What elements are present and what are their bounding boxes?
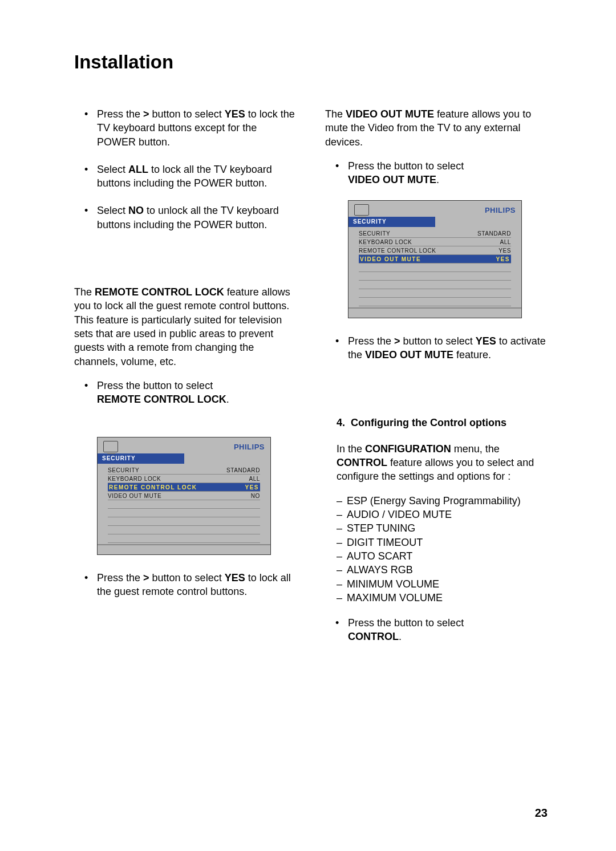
bullet-all: Select ALL to lock all the TV keyboard b…: [97, 163, 297, 191]
osd-row: VIDEO OUT MUTEYES: [359, 255, 511, 264]
control-options-list: ESP (Energy Saving Programmability)AUDIO…: [325, 494, 548, 605]
configuration-para: In the CONFIGURATION menu, the CONTROL f…: [325, 442, 548, 484]
left-column: Press the > button to select YES to lock…: [74, 107, 297, 658]
video-out-mute-para: The VIDEO OUT MUTE feature allows you to…: [325, 107, 548, 149]
control-select-bullet: Press the button to select CONTROL.: [325, 616, 548, 644]
rcl-select-bullet: Press the button to select REMOTE CONTRO…: [74, 379, 297, 407]
bullet-vom-yes: Press the > button to select YES to acti…: [348, 334, 548, 362]
control-option-item: MAXIMUM VOLUME: [337, 591, 548, 605]
bullet-rcl-yes: Press the > button to select YES to lock…: [97, 571, 297, 599]
control-option-item: DIGIT TIMEOUT: [337, 536, 548, 549]
control-option-item: AUDIO / VIDEO MUTE: [337, 508, 548, 521]
osd-row-empty: [108, 534, 260, 543]
vom-select-bullet: Press the button to select VIDEO OUT MUT…: [325, 159, 548, 187]
osd-row-empty: [359, 298, 511, 306]
control-option-item: ALWAYS RGB: [337, 563, 548, 577]
page-number: 23: [535, 807, 548, 820]
bullet-no: Select NO to unlock all the TV keyboard …: [97, 204, 297, 232]
osd-row-empty: [359, 281, 511, 289]
control-option-item: MINIMUM VOLUME: [337, 577, 548, 591]
osd-row: SECURITYSTANDARD: [108, 466, 260, 475]
section-4-heading: 4. Configuring the Control options: [325, 416, 548, 429]
osd-row-empty: [359, 264, 511, 272]
osd-screenshot-remote-lock: PHILIPS SECURITY SECURITYSTANDARDKEYBOAR…: [97, 437, 271, 555]
osd-row-empty: [108, 517, 260, 526]
tv-icon: [354, 204, 369, 216]
osd1-body: SECURITYSTANDARDKEYBOARD LOCKALLREMOTE C…: [98, 464, 270, 544]
osd2-body: SECURITYSTANDARDKEYBOARD LOCKALLREMOTE C…: [348, 227, 521, 307]
page-title: Installation: [74, 51, 548, 73]
osd-row: VIDEO OUT MUTENO: [108, 492, 260, 500]
bullet-select-vom: Press the button to select VIDEO OUT MUT…: [348, 159, 548, 187]
remote-control-lock-para: The REMOTE CONTROL LOCK feature allows y…: [74, 285, 297, 368]
osd-row: REMOTE CONTROL LOCKYES: [359, 246, 511, 255]
control-option-item: STEP TUNING: [337, 521, 548, 535]
osd-row-empty: [108, 509, 260, 517]
brand-label: PHILIPS: [485, 205, 516, 216]
osd-tab: SECURITY: [98, 453, 184, 464]
osd-screenshot-video-mute: PHILIPS SECURITY SECURITYSTANDARDKEYBOAR…: [348, 200, 522, 318]
bullet-yes: Press the > button to select YES to lock…: [97, 107, 297, 149]
osd-row: SECURITYSTANDARD: [359, 229, 511, 238]
brand-label: PHILIPS: [234, 442, 265, 452]
osd-row-empty: [359, 272, 511, 281]
control-option-item: AUTO SCART: [337, 549, 548, 563]
control-option-item: ESP (Energy Saving Programmability): [337, 494, 548, 508]
vom-yes-bullet: Press the > button to select YES to acti…: [325, 334, 548, 362]
tv-icon: [103, 441, 118, 452]
osd-row: KEYBOARD LOCKALL: [108, 475, 260, 483]
bullet-select-rcl: Press the button to select REMOTE CONTRO…: [97, 379, 297, 407]
osd-row-empty: [108, 526, 260, 534]
rcl-yes-bullet: Press the > button to select YES to lock…: [74, 571, 297, 599]
osd-row: REMOTE CONTROL LOCKYES: [108, 483, 260, 492]
osd-row-empty: [359, 289, 511, 298]
osd-row-empty: [108, 500, 260, 509]
osd-tab: SECURITY: [348, 217, 435, 227]
content-columns: Press the > button to select YES to lock…: [74, 107, 548, 658]
osd-row: KEYBOARD LOCKALL: [359, 238, 511, 246]
right-column: The VIDEO OUT MUTE feature allows you to…: [325, 107, 548, 658]
keyboard-lock-bullets: Press the > button to select YES to lock…: [74, 107, 297, 232]
bullet-select-control: Press the button to select CONTROL.: [348, 616, 548, 644]
